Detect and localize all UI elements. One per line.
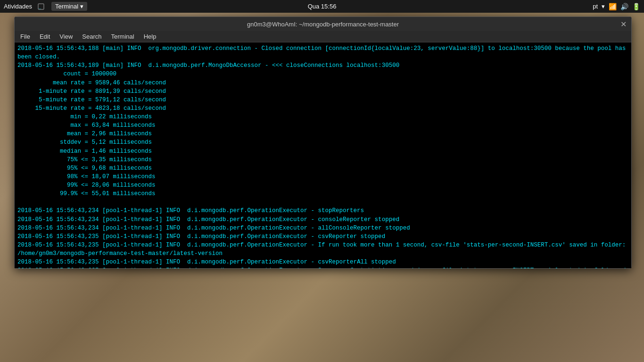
menu-view[interactable]: View	[57, 32, 75, 41]
volume-icon: 🔊	[620, 3, 628, 10]
terminal-titlebar: gn0m3@WhoAmI: ~/mongodb-performance-test…	[15, 17, 631, 31]
terminal-window-title: gn0m3@WhoAmI: ~/mongodb-performance-test…	[247, 21, 399, 28]
menu-terminal[interactable]: Terminal	[108, 32, 137, 41]
topbar-right: pt ▾ 📶 🔊 🔋	[593, 3, 640, 10]
svg-text:_: _	[39, 5, 41, 9]
menu-edit[interactable]: Edit	[37, 32, 53, 41]
terminal-topbar-icon: _	[38, 3, 46, 10]
terminal-menu-label: Terminal	[55, 3, 78, 10]
terminal-menu-button[interactable]: Terminal ▾	[51, 2, 87, 11]
locale-arrow: ▾	[602, 3, 605, 10]
locale-button[interactable]: pt	[593, 3, 598, 10]
wifi-icon: 📶	[609, 3, 617, 10]
terminal-output[interactable]: 2018-05-16 15:56:43,188 [main] INFO org.…	[15, 42, 631, 268]
menu-search[interactable]: Search	[79, 32, 104, 41]
menu-help[interactable]: Help	[141, 32, 159, 41]
topbar-clock: Qua 15:56	[308, 3, 337, 10]
activities-button[interactable]: Atividades	[4, 3, 32, 10]
terminal-menubar: File Edit View Search Terminal Help	[15, 31, 631, 42]
terminal-window: gn0m3@WhoAmI: ~/mongodb-performance-test…	[14, 16, 632, 269]
system-topbar: Atividades _ Terminal ▾ Qua 15:56 pt ▾ 📶…	[0, 0, 644, 13]
terminal-menu-arrow: ▾	[80, 3, 83, 10]
menu-file[interactable]: File	[17, 32, 33, 41]
topbar-left: Atividades _ Terminal ▾	[4, 2, 87, 11]
battery-icon: 🔋	[632, 3, 640, 10]
terminal-close-button[interactable]: ✕	[620, 20, 627, 29]
